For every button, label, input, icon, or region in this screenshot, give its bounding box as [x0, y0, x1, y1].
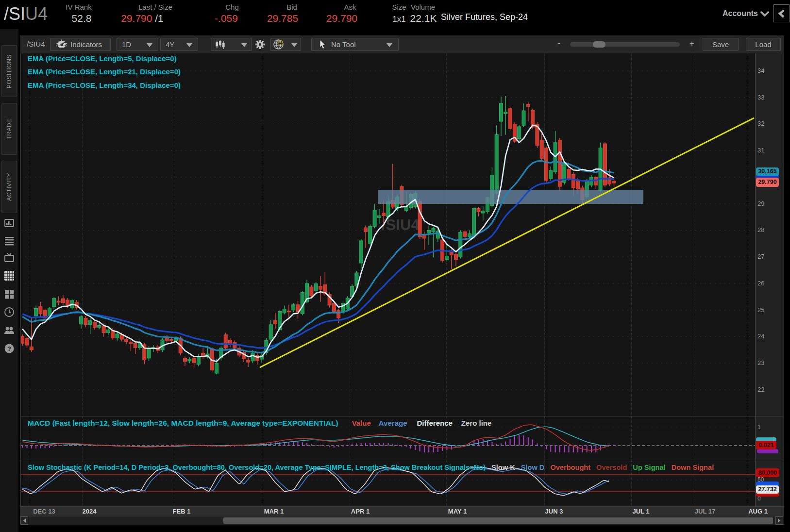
svg-text:29: 29 — [757, 200, 764, 207]
svg-text:?: ? — [7, 345, 11, 352]
svg-text:EMA (Price=CLOSE, Length=34, D: EMA (Price=CLOSE, Length=34, Displace=0) — [28, 81, 181, 89]
svg-text:FEB 1: FEB 1 — [173, 508, 191, 515]
svg-text:JUL 1: JUL 1 — [632, 508, 649, 515]
svg-text:2024: 2024 — [83, 508, 97, 515]
svg-text:28: 28 — [757, 226, 764, 233]
svg-text:APR 1: APR 1 — [351, 508, 370, 515]
svg-text:31: 31 — [757, 147, 764, 154]
svg-text:25: 25 — [757, 306, 764, 314]
svg-text:MACD (Fast length=12, Slow len: MACD (Fast length=12, Slow length=26, MA… — [28, 419, 491, 427]
svg-text:23: 23 — [757, 359, 764, 366]
svg-text:30.165: 30.165 — [758, 168, 776, 175]
svg-text:EMA (Price=CLOSE, Length=5, Di: EMA (Price=CLOSE, Length=5, Displace=0) — [28, 54, 177, 63]
svg-text:MAY 1: MAY 1 — [448, 508, 467, 515]
svg-text:0.021: 0.021 — [758, 442, 773, 449]
svg-text:1: 1 — [757, 424, 761, 431]
svg-text:Slow Stochastic (K Period=14,: Slow Stochastic (K Period=14, D Period=3… — [28, 464, 714, 471]
svg-text:34: 34 — [757, 67, 764, 74]
svg-text:EMA (Price=CLOSE, Length=21, D: EMA (Price=CLOSE, Length=21, Displace=0) — [28, 67, 181, 76]
svg-text:22: 22 — [757, 386, 764, 393]
svg-text:27: 27 — [757, 253, 764, 260]
svg-text:24: 24 — [757, 332, 764, 340]
svg-text:MAR 1: MAR 1 — [264, 508, 284, 515]
svg-text:AUG 1: AUG 1 — [748, 508, 768, 515]
svg-text:DEC 13: DEC 13 — [33, 508, 55, 515]
svg-text:29.790: 29.790 — [758, 179, 776, 185]
svg-text:27.732: 27.732 — [758, 486, 776, 493]
svg-text:26: 26 — [757, 280, 764, 287]
svg-text:80.000: 80.000 — [758, 469, 777, 476]
svg-text:32: 32 — [757, 120, 764, 127]
svg-text:JUL 17: JUL 17 — [695, 508, 715, 515]
svg-text:JUN 3: JUN 3 — [545, 508, 563, 515]
svg-text:33: 33 — [757, 94, 764, 101]
